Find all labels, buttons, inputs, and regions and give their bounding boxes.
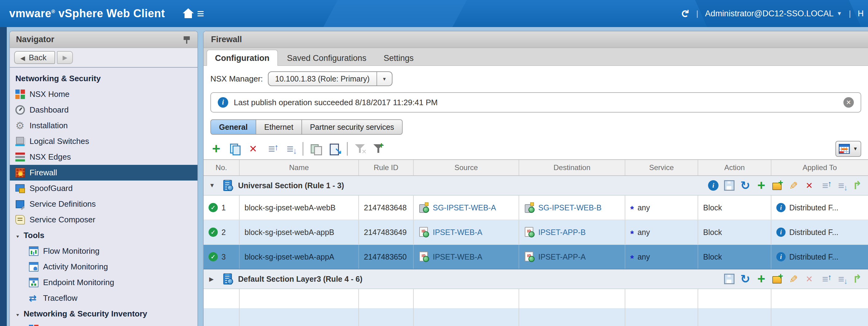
copy-rules-icon[interactable]	[310, 143, 322, 155]
sidebar-item-nsx-home[interactable]: NSX Home	[10, 87, 197, 102]
dropdown-arrow-icon[interactable]	[376, 71, 392, 86]
refresh-section-icon[interactable]	[740, 274, 750, 284]
edit-section-icon[interactable]	[788, 180, 799, 191]
tab-settings[interactable]: Settings	[376, 51, 422, 66]
collapse-section-icon[interactable]: ▼	[209, 182, 217, 189]
column-header-rule-id[interactable]: Rule ID	[359, 160, 414, 175]
delete-icon[interactable]	[247, 143, 259, 155]
back-button[interactable]: Back	[14, 51, 55, 64]
move-out-icon[interactable]	[852, 274, 863, 284]
move-section-up-icon[interactable]	[820, 274, 831, 284]
destination-link[interactable]: IPSET-APP-A	[538, 253, 586, 261]
add-rule-icon[interactable]	[210, 143, 222, 155]
save-section-icon[interactable]	[724, 180, 735, 191]
add-section-folder-icon[interactable]	[772, 274, 782, 284]
column-header-no[interactable]: No.	[204, 160, 240, 175]
table-row-rule-2[interactable]: 2 block-sg-ipset-webA-appB 2147483649 IP…	[204, 220, 868, 245]
menu-icon[interactable]: ≡	[197, 8, 204, 19]
destination-link[interactable]: IPSET-APP-B	[538, 228, 586, 237]
apply-filter-icon[interactable]: +	[373, 143, 384, 155]
table-row-rule-3-selected[interactable]: 3 block-sg-ipset-webA-appA 2147483650 IP…	[204, 245, 868, 269]
column-settings-button[interactable]	[835, 141, 861, 157]
security-group-icon	[418, 202, 429, 213]
sidebar-item-endpoint-monitoring[interactable]: Endpoint Monitoring	[10, 274, 197, 290]
expand-section-icon[interactable]: ▶	[209, 275, 217, 283]
column-header-destination[interactable]: Destination	[519, 160, 625, 175]
info-icon[interactable]	[776, 252, 785, 261]
sidebar-item-flow-monitoring[interactable]: Flow Monitoring	[10, 243, 197, 259]
source-link[interactable]: IPSET-WEB-A	[433, 228, 482, 237]
move-up-icon[interactable]	[266, 143, 277, 155]
move-out-icon[interactable]	[852, 180, 863, 191]
move-section-down-icon[interactable]	[836, 274, 846, 284]
delete-section-icon[interactable]	[804, 180, 814, 191]
info-icon[interactable]	[776, 203, 785, 212]
tab-saved-configurations[interactable]: Saved Configurations	[279, 51, 374, 66]
logical-switches-icon	[16, 136, 25, 146]
home-nav[interactable]: ≡	[183, 8, 204, 19]
delete-section-icon-disabled	[804, 274, 814, 284]
sidebar-group-tools[interactable]: Tools	[10, 228, 197, 243]
subtab-general[interactable]: General	[210, 119, 256, 135]
sidebar-item-spoofguard[interactable]: SpoofGuard	[10, 181, 197, 196]
tab-configuration[interactable]: Configuration	[207, 50, 278, 66]
source-link[interactable]: IPSET-WEB-A	[433, 253, 482, 261]
move-section-up-icon[interactable]	[820, 180, 831, 191]
sidebar-item-firewall[interactable]: Firewall	[10, 165, 197, 181]
paste-icon[interactable]	[329, 143, 340, 155]
sidebar-group-networking-security-inventory[interactable]: Networking & Security Inventory	[10, 306, 197, 322]
section-info-icon[interactable]	[708, 180, 718, 191]
sidebar-item-service-definitions[interactable]: Service Definitions	[10, 196, 197, 212]
source-link[interactable]: SG-IPSET-WEB-A	[433, 203, 496, 212]
sidebar-item-activity-monitoring[interactable]: Activity Monitoring	[10, 259, 197, 274]
column-header-source[interactable]: Source	[414, 160, 519, 175]
subtab-partner-security-services[interactable]: Partner security services	[302, 119, 403, 135]
section-row-default-layer3[interactable]: ▶ Default Section Layer3 (Rule 4 - 6)	[204, 269, 868, 289]
subtab-ethernet[interactable]: Ethernet	[256, 119, 302, 135]
edit-section-icon[interactable]	[788, 274, 799, 284]
info-icon[interactable]	[776, 228, 785, 237]
sidebar-item-logical-switches[interactable]: Logical Switches	[10, 133, 197, 149]
destination-link[interactable]: SG-IPSET-WEB-B	[538, 203, 601, 212]
add-rule-icon[interactable]	[756, 180, 767, 191]
table-row-rule-1[interactable]: 1 block-sg-ipset-webA-webB 2147483648 SG…	[204, 196, 868, 220]
sidebar-item-dashboard[interactable]: Dashboard	[10, 102, 197, 118]
nsx-manager-select[interactable]: 10.100.1.83 (Role: Primary)	[268, 71, 393, 86]
forward-button[interactable]	[57, 51, 73, 64]
navigator-panel: Navigator Back Networking & Security NSX…	[9, 31, 198, 326]
publish-status-alert: Last publish operation succeeded 8/18/20…	[210, 92, 861, 112]
move-section-down-icon[interactable]	[836, 180, 846, 191]
navigator-titlebar: Navigator	[10, 31, 197, 48]
column-header-name[interactable]: Name	[240, 160, 359, 175]
sidebar-item-traceflow[interactable]: Traceflow	[10, 290, 197, 306]
rule-name: block-sg-ipset-webA-appB	[240, 220, 359, 244]
sidebar-item-installation[interactable]: Installation	[10, 118, 197, 133]
section-icon	[222, 273, 233, 285]
copy-icon[interactable]	[229, 143, 241, 155]
section-row-universal[interactable]: ▼ Universal Section (Rule 1 - 3)	[204, 176, 868, 196]
move-down-icon[interactable]	[284, 143, 296, 155]
home-icon[interactable]	[183, 8, 195, 19]
column-header-action[interactable]: Action	[698, 160, 771, 175]
navigator-title: Navigator	[16, 35, 182, 44]
header-divider: |	[696, 9, 699, 19]
clear-filter-icon[interactable]: ✕	[354, 143, 366, 155]
column-header-applied-to[interactable]: Applied To	[771, 160, 868, 175]
pin-icon[interactable]	[182, 35, 191, 44]
rule-action: Block	[698, 245, 771, 269]
help-link-truncated[interactable]: H	[858, 9, 864, 19]
sidebar-item-nsx-edges[interactable]: NSX Edges	[10, 149, 197, 165]
user-menu[interactable]: Administrator@DC12-SSO.LOCAL ▼	[705, 9, 842, 19]
sidebar-item-nsx-managers[interactable]: NSX Managers	[10, 322, 197, 326]
any-asterisk-icon	[630, 257, 634, 260]
add-rule-icon[interactable]	[756, 274, 767, 284]
rule-valid-icon	[209, 252, 218, 261]
column-header-service[interactable]: Service	[625, 160, 698, 175]
refresh-section-icon[interactable]	[740, 180, 750, 191]
dashboard-icon	[16, 105, 25, 115]
close-icon[interactable]	[843, 97, 854, 108]
save-section-icon[interactable]	[724, 274, 735, 284]
refresh-icon[interactable]: ↻	[679, 9, 691, 18]
sidebar-item-service-composer[interactable]: Service Composer	[10, 212, 197, 228]
add-section-folder-icon[interactable]	[772, 180, 782, 191]
